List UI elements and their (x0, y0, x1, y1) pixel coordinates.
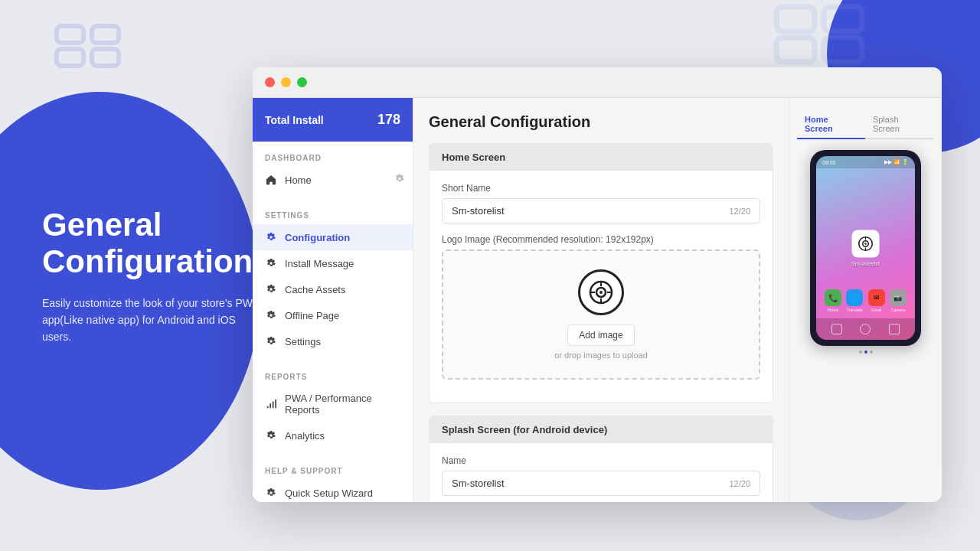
phone-grid-phone-icon: 📞 (825, 289, 841, 306)
phone-screen: 08:00 ▶▶ 📶 🔋 (816, 156, 915, 340)
logo-icon (578, 269, 624, 315)
phone-back-btn (831, 324, 842, 334)
total-install-count: 178 (377, 112, 400, 128)
sidebar-item-install-label: Install Message (285, 258, 354, 269)
sidebar-item-pwa-reports[interactable]: PWA / Performance Reports (253, 386, 413, 422)
phone-grid-gmail-icon: ✉ (868, 289, 885, 306)
sidebar-item-offline-label: Offline Page (285, 310, 339, 321)
tab-home-screen[interactable]: Home Screen (797, 110, 865, 139)
add-image-button[interactable]: Add image (567, 324, 634, 346)
close-button[interactable] (265, 77, 275, 87)
splash-name-value: Sm-storelist (452, 478, 505, 489)
sidebar-item-home[interactable]: Home (253, 167, 413, 193)
svg-rect-4 (776, 7, 815, 31)
phone-main-app-icon (851, 230, 879, 258)
phone-bottom-bar (816, 318, 915, 340)
title-bar (253, 67, 942, 98)
phone-recents-btn (889, 324, 900, 334)
sidebar-item-wizard-label: Quick Setup Wizard (285, 487, 373, 499)
section-reports: Reports (253, 360, 413, 386)
offline-icon (265, 309, 277, 321)
sidebar-header: Total Install 178 (253, 98, 413, 142)
cache-icon (265, 283, 277, 295)
config-icon (265, 231, 277, 243)
content-area: General Configuration Home Screen Short … (413, 98, 789, 502)
sidebar-item-config-label: Configuration (285, 232, 350, 243)
total-install-label: Total Install (265, 114, 324, 126)
splash-name-group: Name Sm-storelist 12/20 (442, 455, 760, 496)
short-name-group: Short Name Sm-storelist 12/20 (442, 183, 760, 223)
dot-1 (859, 350, 862, 354)
left-title: General Configuration (42, 207, 264, 281)
sidebar-item-cache-assets[interactable]: Cache Assets (253, 276, 413, 302)
chart-icon (265, 398, 277, 410)
section-settings: Settings (253, 199, 413, 224)
phone-time: 08:00 (822, 160, 836, 165)
page-title: General Configuration (429, 113, 773, 131)
logo-upload-area[interactable]: Add image or drop images to upload (442, 249, 760, 380)
short-name-count: 12/20 (729, 207, 750, 216)
short-name-value: Sm-storelist (452, 205, 505, 217)
minimize-button[interactable] (281, 77, 291, 87)
window-body: Total Install 178 Dashboard Home Setting… (253, 98, 942, 502)
splash-name-count: 12/20 (729, 479, 750, 488)
svg-rect-0 (57, 26, 83, 43)
preview-tabs: Home Screen Splash Screen (797, 110, 934, 139)
upload-hint: or drop images to upload (462, 350, 740, 360)
sidebar-item-offline-page[interactable]: Offline Page (253, 302, 413, 328)
svg-point-16 (599, 291, 603, 294)
svg-rect-6 (776, 37, 815, 62)
svg-rect-5 (824, 7, 862, 31)
short-name-input[interactable]: Sm-storelist 12/20 (442, 198, 760, 223)
home-screen-header: Home Screen (430, 144, 773, 171)
analytics-icon (265, 429, 277, 442)
dot-3 (870, 350, 873, 354)
logo-decor-right (773, 4, 865, 68)
phone-grid-camera-icon: 📷 (890, 289, 906, 306)
sidebar-item-settings-label: Settings (285, 336, 321, 347)
svg-point-23 (864, 243, 867, 245)
svg-rect-3 (92, 49, 119, 66)
phone-grid-camera: 📷 Camera (890, 289, 906, 312)
phone-grid-gmail-label: Gmail (871, 308, 881, 312)
install-icon (265, 257, 277, 269)
wizard-icon (265, 487, 277, 499)
phone-grid-translate-icon: 🌐 (846, 289, 863, 306)
sidebar-item-analytics[interactable]: Analytics (253, 422, 413, 448)
sidebar-item-install-message[interactable]: Install Message (253, 250, 413, 276)
svg-rect-2 (57, 49, 83, 66)
splash-name-label: Name (442, 455, 760, 466)
phone-grid-phone: 📞 Phone (825, 289, 841, 312)
splash-screen-section: Splash Screen (for Android device) Name … (429, 416, 773, 502)
svg-rect-7 (824, 37, 862, 62)
phone-home-icon: Sm-storelist (851, 230, 880, 266)
phone-app-label: Sm-storelist (851, 261, 880, 266)
sidebar-item-analytics-label: Analytics (285, 430, 325, 442)
sidebar: Total Install 178 Dashboard Home Setting… (253, 98, 413, 502)
left-description: Easily customize the look of your store'… (42, 295, 264, 346)
maximize-button[interactable] (297, 77, 307, 87)
logo-group: Logo Image (Recommended resolution: 192x… (442, 234, 760, 380)
home-screen-section: Home Screen Short Name Sm-storelist 12/2… (429, 143, 773, 403)
short-name-label: Short Name (442, 183, 760, 194)
phone-status-bar: 08:00 ▶▶ 📶 🔋 (816, 156, 915, 168)
phone-preview-panel: Home Screen Splash Screen 08:00 ▶▶ 📶 🔋 (789, 98, 942, 502)
phone-grid-gmail: ✉ Gmail (868, 289, 885, 312)
sidebar-item-configuration[interactable]: Configuration (253, 224, 413, 250)
sidebar-item-settings[interactable]: Settings (253, 328, 413, 354)
phone-page-dots (797, 350, 934, 354)
logo-label: Logo Image (Recommended resolution: 192x… (442, 234, 760, 245)
splash-name-input[interactable]: Sm-storelist 12/20 (442, 471, 760, 496)
left-content: General Configuration Easily customize t… (42, 207, 264, 346)
phone-mockup: 08:00 ▶▶ 📶 🔋 (810, 150, 921, 346)
phone-grid-translate: 🌐 Translate (846, 289, 863, 312)
main-window: Total Install 178 Dashboard Home Setting… (253, 67, 942, 502)
tab-splash-screen[interactable]: Splash Screen (865, 110, 934, 139)
traffic-lights (265, 77, 307, 87)
dot-2 (864, 350, 867, 354)
sidebar-item-quick-setup[interactable]: Quick Setup Wizard (253, 480, 413, 502)
sidebar-item-pwa-label: PWA / Performance Reports (285, 393, 400, 416)
home-icon (265, 174, 277, 186)
home-screen-body: Short Name Sm-storelist 12/20 Logo Image… (430, 171, 773, 403)
section-dashboard: Dashboard (253, 142, 413, 167)
